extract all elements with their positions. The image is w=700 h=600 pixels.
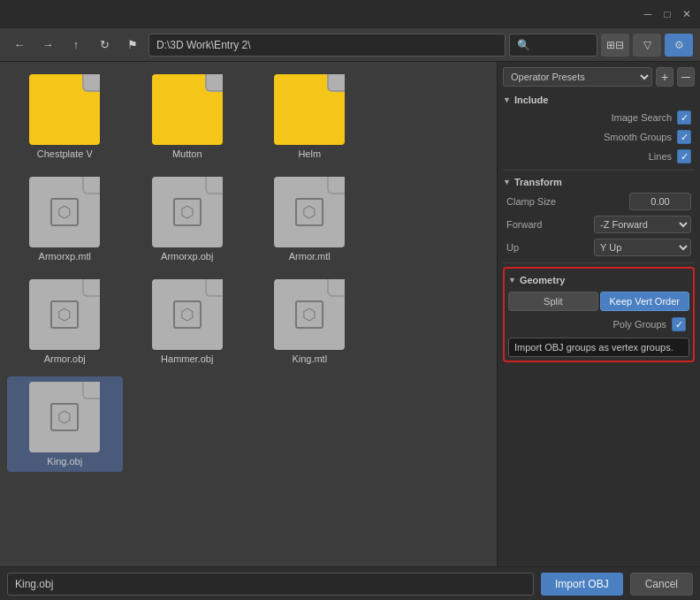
list-item[interactable]: ⬡ Armor.mtl (252, 171, 368, 267)
operator-presets-select[interactable]: Operator Presets (503, 67, 652, 87)
file-grid: Chestplate V Mutton Helm ⬡ Armorxp.mtl ⬡ (7, 69, 490, 472)
main-content: Chestplate V Mutton Helm ⬡ Armorxp.mtl ⬡ (0, 62, 700, 566)
smooth-groups-row: Smooth Groups ✓ (503, 127, 695, 147)
geometry-section: ▼ Geometry Split Keep Vert Order Poly Gr… (503, 267, 695, 362)
operator-presets-row: Operator Presets + ─ (503, 67, 695, 87)
list-item[interactable]: ⬡ King.mtl (252, 274, 368, 369)
up-select[interactable]: Y Up-Y UpZ Up-Z UpX Up-X Up (594, 239, 691, 256)
view-toggle-button[interactable]: ⊞⊟ (601, 34, 629, 57)
up-row: Up Y Up-Y UpZ Up-Z UpX Up-X Up (503, 236, 695, 259)
back-button[interactable]: ← (7, 34, 32, 57)
separator-1 (503, 170, 695, 171)
3d-cube-icon: ⬡ (173, 198, 202, 226)
filename-input[interactable] (7, 573, 534, 596)
path-bar[interactable]: D:\3D Work\Entry 2\ (148, 34, 506, 57)
file-name: Hammer.obj (161, 353, 213, 364)
lines-label: Lines (649, 151, 672, 162)
smooth-groups-label: Smooth Groups (604, 132, 672, 142)
remove-preset-button[interactable]: ─ (677, 67, 695, 87)
list-item[interactable]: ⬡ Armorxp.mtl (7, 171, 123, 267)
image-search-row: Image Search ✓ (503, 108, 695, 127)
include-label: Include (514, 95, 549, 105)
forward-row: Forward -Z Forward+Z Forward-Y Forward+Y… (503, 213, 695, 236)
file-name: Armorxp.obj (161, 251, 213, 262)
bookmark-button[interactable]: ⚑ (120, 34, 145, 57)
transform-section-header[interactable]: ▼ Transform (503, 174, 695, 190)
file-icon-armorxp-mtl: ⬡ (29, 177, 100, 247)
file-icon-chestplate (29, 74, 100, 145)
file-icon-king-mtl: ⬡ (274, 279, 345, 350)
maximize-button[interactable]: □ (661, 8, 673, 20)
tooltip-text: Import OBJ groups as vertex groups. (514, 342, 673, 353)
right-panel: Operator Presets + ─ ▼ Include Image Sea… (497, 62, 700, 566)
close-button[interactable]: ✕ (681, 8, 693, 20)
include-arrow-icon: ▼ (503, 95, 511, 104)
file-icon-armor-obj: ⬡ (29, 279, 100, 350)
add-preset-button[interactable]: + (656, 67, 673, 87)
3d-cube-icon: ⬡ (295, 198, 323, 226)
3d-cube-icon: ⬡ (50, 403, 79, 431)
list-item[interactable]: Mutton (130, 69, 246, 164)
file-name: Armorxp.mtl (39, 251, 91, 262)
geometry-label: Geometry (520, 275, 565, 285)
file-browser: Chestplate V Mutton Helm ⬡ Armorxp.mtl ⬡ (0, 62, 497, 566)
list-item[interactable]: ⬡ Hammer.obj (130, 274, 246, 369)
file-name: King.mtl (292, 353, 327, 364)
transform-arrow-icon: ▼ (503, 178, 511, 186)
bottom-bar: Import OBJ Cancel (0, 566, 700, 600)
file-name: Armor.mtl (289, 251, 331, 262)
tooltip-box: Import OBJ groups as vertex groups. (508, 338, 689, 357)
settings-button[interactable]: ⚙ (665, 34, 693, 57)
clamp-size-input[interactable] (629, 193, 691, 210)
file-name: Chestplate V (37, 148, 93, 159)
smooth-groups-checkbox[interactable]: ✓ (677, 130, 691, 144)
clamp-size-row: Clamp Size (503, 190, 695, 213)
import-button[interactable]: Import OBJ (541, 573, 623, 596)
file-name: King.obj (47, 456, 82, 467)
list-item[interactable]: ⬡ Armorxp.obj (130, 171, 246, 267)
file-icon-hammer-obj: ⬡ (152, 279, 223, 350)
separator-2 (503, 262, 695, 263)
up-button[interactable]: ↑ (64, 34, 88, 57)
poly-groups-checkbox[interactable]: ✓ (672, 317, 686, 331)
geometry-arrow-icon: ▼ (508, 276, 516, 285)
split-keepvert-row: Split Keep Vert Order (508, 292, 689, 311)
title-bar: ─ □ ✕ (0, 0, 700, 28)
file-name: Helm (298, 148, 321, 159)
list-item[interactable]: ⬡ King.obj (7, 376, 123, 472)
3d-cube-icon: ⬡ (295, 300, 323, 329)
file-icon-armorxp-obj: ⬡ (152, 177, 223, 247)
cancel-button[interactable]: Cancel (630, 573, 693, 596)
forward-select[interactable]: -Z Forward+Z Forward-Y Forward+Y Forward… (594, 216, 691, 233)
3d-cube-icon: ⬡ (50, 300, 79, 329)
list-item[interactable]: Chestplate V (7, 69, 123, 164)
lines-checkbox[interactable]: ✓ (677, 149, 691, 163)
file-name: Mutton (172, 148, 202, 159)
file-icon-helm (274, 74, 345, 145)
split-button[interactable]: Split (508, 292, 598, 311)
list-item[interactable]: Helm (252, 69, 368, 164)
minimize-button[interactable]: ─ (642, 8, 654, 20)
lines-row: Lines ✓ (503, 147, 695, 166)
file-icon-king-obj: ⬡ (29, 382, 100, 452)
3d-cube-icon: ⬡ (50, 198, 79, 226)
geometry-section-header[interactable]: ▼ Geometry (508, 272, 689, 288)
clamp-size-label: Clamp Size (506, 196, 556, 207)
poly-groups-row: Poly Groups ✓ (508, 315, 689, 334)
file-icon-mutton (152, 74, 223, 145)
image-search-label: Image Search (612, 112, 672, 123)
3d-cube-icon: ⬡ (173, 300, 202, 329)
forward-button[interactable]: → (35, 34, 60, 57)
up-label: Up (506, 242, 519, 253)
forward-label: Forward (506, 219, 542, 230)
file-icon-armor-mtl: ⬡ (274, 177, 345, 247)
filter-button[interactable]: ▽ (633, 34, 661, 57)
include-section-header[interactable]: ▼ Include (503, 92, 695, 108)
file-name: Armor.obj (44, 353, 86, 364)
keep-vert-order-button[interactable]: Keep Vert Order (600, 292, 690, 311)
refresh-button[interactable]: ↻ (92, 34, 117, 57)
transform-label: Transform (514, 177, 562, 187)
list-item[interactable]: ⬡ Armor.obj (7, 274, 123, 369)
image-search-checkbox[interactable]: ✓ (677, 110, 691, 125)
search-bar[interactable]: 🔍 (509, 34, 597, 57)
